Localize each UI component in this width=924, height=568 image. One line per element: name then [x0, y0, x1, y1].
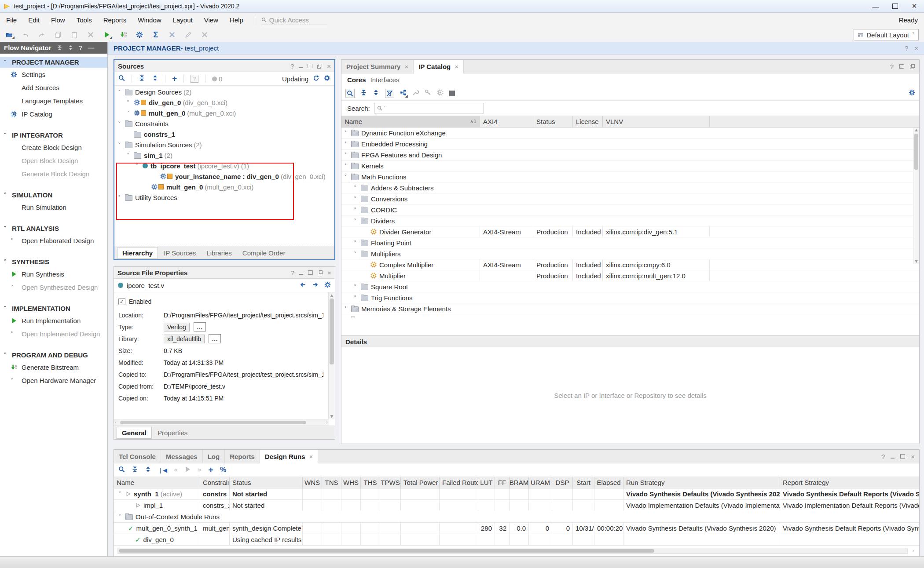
property-input[interactable]: Verilog [164, 323, 190, 331]
close-icon[interactable]: × [327, 62, 331, 70]
collapse-all-icon[interactable] [139, 75, 145, 83]
column-header-license[interactable]: License [573, 116, 603, 127]
ip-catalog-row[interactable]: ˅ Multipliers [341, 248, 919, 259]
expand-closed-icon[interactable]: ˃ [127, 110, 134, 117]
column-header[interactable]: Name [114, 477, 200, 488]
menu-item[interactable]: Reports [103, 16, 127, 24]
edit-icon[interactable] [184, 31, 192, 39]
ip-catalog-row[interactable]: ˃ Memories & Storage Elements [341, 303, 919, 314]
section-chevron-icon[interactable]: ˅ [4, 132, 12, 138]
expand-closed-icon[interactable]: ˃ [344, 141, 351, 147]
flow-navigator-item[interactable]: ˃ Open Elaborated Design [0, 234, 107, 247]
paste-icon[interactable] [70, 31, 78, 39]
sources-view-tab[interactable]: Compile Order [238, 248, 290, 259]
menu-item[interactable]: File [6, 16, 17, 24]
float-icon[interactable] [910, 64, 915, 69]
expand-open-icon[interactable]: ˅ [127, 152, 134, 159]
open-project-icon[interactable]: ◢ [5, 31, 13, 39]
bottom-tab[interactable]: Log [203, 450, 225, 463]
sources-view-tab[interactable]: Hierarchy [117, 247, 158, 259]
sources-panel-header[interactable]: Sources ? × [114, 60, 334, 72]
window-close-button[interactable]: ✕ [905, 0, 924, 12]
details-header[interactable]: Details [341, 336, 919, 348]
expand-open-icon[interactable]: ˅ [118, 513, 125, 520]
flow-navigator-item[interactable]: Run Synthesis [0, 267, 107, 280]
flow-navigator-item[interactable]: ˅ PROGRAM AND DEBUG [0, 350, 107, 360]
search-icon[interactable] [118, 466, 125, 474]
expand-closed-icon[interactable]: ˃ [354, 284, 361, 290]
settings-icon[interactable] [136, 31, 143, 39]
run-icon[interactable]: ◢ [103, 31, 111, 39]
tab-close-icon[interactable]: × [309, 453, 313, 460]
help-icon[interactable]: ? [905, 44, 908, 52]
menu-item[interactable]: Window [138, 16, 161, 24]
ip-catalog-row[interactable]: ˃ Floating Point [341, 237, 919, 248]
help-icon[interactable]: ? [79, 44, 83, 51]
column-header[interactable]: Start [573, 477, 594, 488]
source-tree-item[interactable]: your_instance_name : div_gen_0 (div_gen_… [114, 171, 334, 182]
close-icon[interactable]: × [914, 44, 918, 52]
customize-icon[interactable] [412, 89, 419, 97]
chevron-right-icon[interactable]: ˃ [11, 284, 22, 291]
horizontal-scrollbar[interactable]: › [117, 548, 908, 554]
help-icon[interactable]: ? [290, 62, 294, 70]
menu-item[interactable]: Edit [28, 16, 40, 24]
flow-navigator-item[interactable]: Language Templates [0, 94, 107, 107]
flow-navigator-item[interactable]: IP Catalog [0, 107, 107, 120]
copy-icon[interactable] [54, 31, 62, 39]
gear-icon[interactable] [324, 281, 331, 289]
design-run-row[interactable]: ˅ Out-of-Context Module Runs [114, 511, 919, 523]
refresh-icon[interactable] [313, 75, 319, 83]
source-tree-item[interactable]: constrs_1 [114, 129, 334, 139]
search-icon[interactable] [345, 89, 355, 98]
redo-icon[interactable] [38, 31, 46, 39]
collapse-all-icon[interactable] [132, 466, 138, 474]
column-header[interactable]: WNS [303, 477, 322, 488]
vertical-scrollbar[interactable]: ▲ ▼ [328, 292, 335, 419]
expand-open-icon[interactable]: ˅ [344, 174, 351, 180]
generate-bitstream-icon[interactable] [119, 31, 127, 39]
ip-catalog-row[interactable]: ˃ Trig Functions [341, 292, 919, 303]
gear-icon[interactable] [324, 75, 330, 83]
flow-navigator-item[interactable]: Generate Block Design [0, 167, 107, 180]
column-header[interactable]: Failed Routes [440, 477, 478, 488]
ip-catalog-row[interactable]: Complex Multiplier AXI4-Stream Productio… [341, 259, 919, 270]
property-input[interactable]: xil_defaultlib [164, 335, 205, 343]
bottom-tab[interactable]: Design Runs × [260, 450, 318, 463]
cancel-icon[interactable] [201, 31, 209, 39]
expand-closed-icon[interactable]: ˃ [354, 196, 361, 202]
column-header-name[interactable]: Name∧1 [341, 116, 480, 127]
ip-catalog-row[interactable]: ˃ Adders & Subtracters [341, 182, 919, 193]
source-tree-item[interactable]: ˃ Utility Sources [114, 192, 334, 203]
column-header[interactable]: THS [361, 477, 380, 488]
source-tree-item[interactable]: ˅ Design Sources (2) [114, 87, 334, 97]
horizontal-scrollbar[interactable]: ‹ › [114, 419, 329, 426]
column-header[interactable]: FF [495, 477, 510, 488]
chevron-right-icon[interactable]: ˃ [11, 377, 22, 384]
bottom-tab[interactable]: Messages [161, 450, 203, 463]
expand-open-icon[interactable]: ˅ [354, 251, 361, 257]
expand-open-icon[interactable]: ˅ [136, 163, 143, 169]
design-run-row[interactable]: ✓ mult_gen_0_synth_1 mult_gen_0 synth_de… [114, 523, 919, 534]
expand-all-icon[interactable] [145, 466, 151, 474]
section-chevron-icon[interactable]: ˅ [4, 259, 12, 265]
expand-open-icon[interactable]: ˅ [118, 491, 125, 497]
properties-view-tab[interactable]: Properties [153, 427, 192, 438]
ip-catalog-subtab[interactable]: Interfaces [370, 76, 400, 84]
menu-item[interactable]: Tools [77, 16, 92, 24]
report-summary-icon[interactable]: Σ [152, 31, 160, 39]
expand-closed-icon[interactable]: ˃ [344, 163, 351, 169]
layout-selector[interactable]: Default Layout ˅ [854, 29, 919, 40]
expand-closed-icon[interactable]: ˃ [344, 317, 351, 318]
browse-button[interactable]: … [209, 334, 221, 343]
window-maximize-button[interactable] [885, 0, 905, 12]
expand-closed-icon[interactable]: ˃ [344, 152, 351, 158]
editor-tab[interactable]: IP Catalog × [414, 60, 464, 73]
expand-closed-icon[interactable]: ˃ [344, 306, 351, 312]
minimize-icon[interactable] [299, 67, 303, 68]
flow-navigator-item[interactable]: ˃ Open Implemented Design [0, 327, 107, 340]
source-tree-item[interactable]: ˅ Simulation Sources (2) [114, 139, 334, 150]
collapse-all-icon[interactable] [57, 45, 62, 51]
menu-item[interactable]: Flow [51, 16, 65, 24]
maximize-icon[interactable] [308, 270, 313, 275]
